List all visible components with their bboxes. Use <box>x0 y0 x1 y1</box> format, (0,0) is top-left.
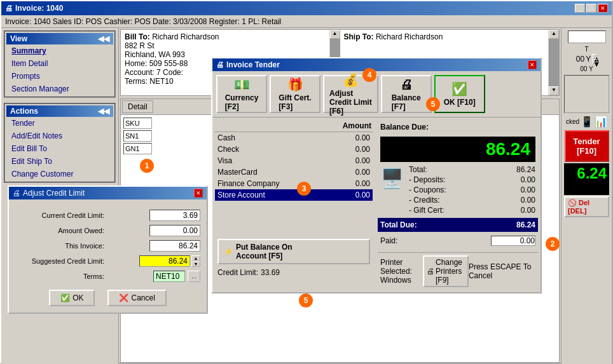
tender-button[interactable]: Tender[F10] <box>565 130 609 162</box>
store-account-row[interactable]: Store Account 0.00 <box>215 189 373 201</box>
maximize-button[interactable]: □ <box>586 4 596 13</box>
credit-ok-button[interactable]: ✅ OK <box>49 290 95 306</box>
credit-dialog-close[interactable]: ✕ <box>194 189 203 198</box>
check-row[interactable]: Check 0.00 <box>215 144 373 155</box>
currency-button[interactable]: 💵 Currency[F2] <box>216 75 267 113</box>
actions-section: Actions ◀◀ Tender Add/Edit Notes Edit Bi… <box>4 103 116 183</box>
current-credit-row: Current Credit Limit: <box>15 210 200 221</box>
payment-area: Amount Cash 0.00 Check 0.00 Visa 0.00 Ma… <box>212 118 375 292</box>
annotation-1: 1 <box>140 159 154 173</box>
visa-row[interactable]: Visa 0.00 <box>215 155 373 166</box>
bill-scroll-up[interactable]: ▲ <box>330 30 340 39</box>
info-bar: Invoice: 1040 Sales ID: POS Cashier: POS… <box>1 15 612 28</box>
title-bar: 🖨 Invoice: 1040 _ □ ✕ <box>1 1 612 15</box>
view-collapse-icon[interactable]: ◀◀ <box>98 34 109 43</box>
total-due-bar: Total Due: 86.24 <box>378 218 538 232</box>
gift-cert-icon: 🎁 <box>287 77 303 92</box>
ok-check-icon: ✅ <box>60 293 70 302</box>
sidebar-item-section-manager[interactable]: Section Manager <box>6 83 113 95</box>
scroll-up-right[interactable]: ▲ <box>592 54 597 59</box>
gift-cert-button[interactable]: 🎁 Gift Cert.[F3] <box>270 75 320 113</box>
tender-dialog-title: Invoice Tender <box>226 60 280 69</box>
printer-info: Printer Selected: Windows 🖨 ChangePrinte… <box>378 252 538 290</box>
paid-input[interactable] <box>491 236 535 246</box>
scroll-down-right[interactable]: ▼ <box>592 59 597 64</box>
adjust-credit-icon: 💰 <box>343 72 359 88</box>
credit-cancel-button[interactable]: ❌ Cancel <box>107 290 166 306</box>
terms-row: Terms: ... <box>15 271 200 282</box>
del-button[interactable]: 🚫 Del [DEL] <box>564 196 609 217</box>
put-balance-icon: ⚡ <box>224 247 233 256</box>
ok-icon: ✅ <box>451 81 467 97</box>
amount-owed-input[interactable] <box>149 225 200 236</box>
view-section: View ◀◀ Summary Item Detail Prompts Sect… <box>4 30 116 98</box>
window-icon: 🖨 <box>5 4 13 13</box>
suggested-credit-row: Suggested Credit Limit: ▲ ▼ <box>15 255 200 267</box>
sku-inputs <box>123 118 152 154</box>
minimize-button[interactable]: _ <box>575 4 585 13</box>
this-invoice-row: This Invoice: <box>15 240 200 252</box>
annotation-4: 4 <box>362 68 376 82</box>
cash-row[interactable]: Cash 0.00 <box>215 132 373 144</box>
close-button[interactable]: ✕ <box>598 4 608 13</box>
register-icon: 🖥️ <box>378 165 406 215</box>
payment-header: Amount <box>215 120 373 132</box>
balance-display: 86.24 <box>380 137 535 162</box>
printer-icon: 🖨 <box>427 267 434 276</box>
deposits-row: - Deposits: 0.00 <box>406 175 538 185</box>
sidebar-item-edit-ship-to[interactable]: Edit Ship To <box>6 155 113 168</box>
put-balance-button[interactable]: ⚡ Put Balance OnAccount [F5] <box>217 239 370 264</box>
actions-header: Actions ◀◀ <box>6 105 113 117</box>
suggested-credit-input[interactable] <box>139 255 190 267</box>
finance-company-row[interactable]: Finance Company 0.00 <box>215 178 373 189</box>
suggested-up[interactable]: ▲ <box>191 255 200 261</box>
annotation-3: 3 <box>297 182 311 196</box>
mastercard-row[interactable]: MasterCard 0.00 <box>215 166 373 178</box>
credit-dialog-body: Current Credit Limit: Amount Owed: This … <box>9 199 207 313</box>
gn1-input[interactable] <box>123 143 152 154</box>
terms-input[interactable] <box>153 271 185 282</box>
annotation-5b: 5 <box>299 293 313 307</box>
credits-row: - Credits: 0.00 <box>406 195 538 205</box>
sidebar-item-item-detail[interactable]: Item Detail <box>6 57 113 70</box>
big-display: 6.24 <box>564 163 609 195</box>
credit-button-row: ✅ OK ❌ Cancel <box>15 290 200 306</box>
tender-button-row: 💵 Currency[F2] 🎁 Gift Cert.[F3] 💰 Adjust… <box>212 71 541 118</box>
coupons-row: - Coupons: 0.00 <box>406 185 538 195</box>
credit-dialog-title: Adjust Credit Limit <box>23 189 85 198</box>
suggested-down[interactable]: ▼ <box>191 261 200 267</box>
sidebar-item-edit-bill-to[interactable]: Edit Bill To <box>6 142 113 155</box>
balance-button[interactable]: 🖨 Balance[F7] <box>381 75 432 113</box>
tender-dialog-icon: 🖨 <box>216 60 224 69</box>
ship-to-label: Ship To: <box>344 32 374 41</box>
sidebar-item-change-customer[interactable]: Change Customer <box>6 168 113 180</box>
current-credit-input[interactable] <box>149 210 200 221</box>
ship-scroll-down[interactable]: ▼ <box>549 86 559 95</box>
ship-scroll-up[interactable]: ▲ <box>549 30 559 39</box>
tender-dialog-close[interactable]: ✕ <box>528 60 537 69</box>
right-list <box>564 75 609 113</box>
paid-row: Paid: <box>378 234 538 247</box>
actions-collapse-icon[interactable]: ◀◀ <box>98 107 109 116</box>
sidebar-item-add-edit-notes[interactable]: Add/Edit Notes <box>6 130 113 142</box>
change-printer-button[interactable]: 🖨 ChangePrinters [F9] <box>423 255 469 287</box>
sku-header[interactable] <box>123 118 152 129</box>
right-input <box>568 30 606 43</box>
checked-area: cked 📱 📊 <box>566 116 607 128</box>
this-invoice-input[interactable] <box>149 240 200 252</box>
sidebar-item-tender[interactable]: Tender <box>6 117 113 130</box>
sidebar-item-summary[interactable]: Summary <box>6 44 113 57</box>
credit-limit-display: Credit Limit: 33.69 <box>215 267 373 278</box>
terms-browse-button[interactable]: ... <box>188 271 200 282</box>
annotation-2: 2 <box>546 237 560 251</box>
balance-icon: 🖨 <box>400 78 413 92</box>
credit-dialog-title-bar: 🖨 Adjust Credit Limit ✕ <box>9 187 207 199</box>
sidebar-item-prompts[interactable]: Prompts <box>6 70 113 83</box>
detail-tab[interactable]: Detail <box>122 100 153 113</box>
tender-dialog: 🖨 Invoice Tender ✕ 💵 Currency[F2] 🎁 Gift… <box>211 57 542 293</box>
tender-body: Amount Cash 0.00 Check 0.00 Visa 0.00 Ma… <box>212 118 541 292</box>
ok-button[interactable]: ✅ OK [F10] <box>434 75 485 113</box>
right-panel: T 00Y ▲ ▼ 00 Y cked 📱 📊 Tender[F10] <box>561 28 612 364</box>
sn1-input[interactable] <box>123 130 152 142</box>
credit-dialog-icon: 🖨 <box>13 189 20 198</box>
